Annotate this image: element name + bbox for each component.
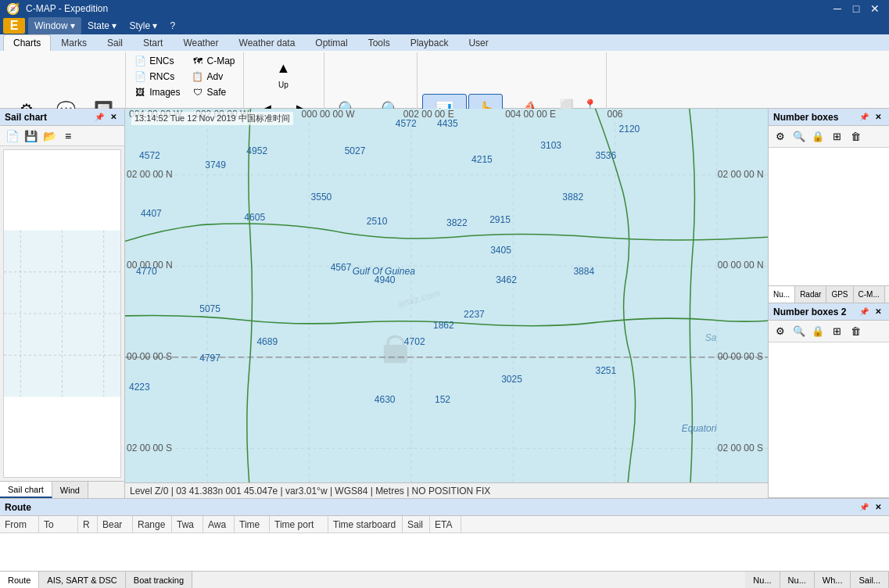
encs-item[interactable]: 📄 ENCs (131, 54, 183, 68)
tab-playback[interactable]: Playback (400, 34, 459, 51)
nb2-toolbar: ⚙ 🔍 🔒 ⊞ 🗑 (769, 321, 889, 342)
tab-optimal[interactable]: Optimal (305, 34, 357, 51)
images-item[interactable]: 🖼 Images (131, 85, 183, 99)
tab-weather[interactable]: Weather (173, 34, 228, 51)
panel-pin-button[interactable]: 📌 (93, 111, 106, 124)
route-pin-button[interactable]: 📌 (858, 501, 870, 514)
nb2-settings-button[interactable]: ⚙ (772, 323, 789, 340)
chart-status: Level Z/0 | 03 41.383n 001 45.047e | var… (125, 482, 768, 498)
number-boxes-2: Number boxes 2 📌 ✕ ⚙ 🔍 🔒 ⊞ 🗑 (769, 303, 889, 498)
col-sail[interactable]: Sail (403, 516, 430, 532)
nb-settings-button[interactable]: ⚙ (772, 128, 789, 145)
nb2-search-button[interactable]: 🔍 (790, 323, 808, 340)
nb-delete-button[interactable]: 🗑 (847, 128, 864, 145)
panel-new-button[interactable]: 📄 (3, 127, 20, 145)
tab-start[interactable]: Start (133, 34, 173, 51)
menu-item-state[interactable]: State ▾ (81, 17, 123, 34)
menu-item-help[interactable]: ? (163, 17, 181, 34)
nb-tab-radar[interactable]: Radar (795, 286, 826, 303)
svg-text:5027: 5027 (345, 145, 366, 156)
nb-title: Number boxes (773, 112, 838, 123)
tab-charts[interactable]: Charts (3, 34, 51, 51)
col-time-port[interactable]: Time port (270, 516, 328, 532)
nb-lock-button[interactable]: 🔒 (809, 128, 826, 145)
nb-close-button[interactable]: ✕ (872, 111, 884, 124)
menu-item-style[interactable]: Style ▾ (123, 17, 163, 34)
sail-chart-tab[interactable]: Sail chart (0, 482, 52, 498)
nb-tab-gps[interactable]: GPS (826, 286, 853, 303)
nb-grid-button[interactable]: ⊞ (828, 128, 845, 145)
bottom-tab-nu1[interactable]: Nu... (745, 572, 780, 588)
col-bear[interactable]: Bear (98, 516, 133, 532)
cmap-item[interactable]: 🗺 C-Map (188, 54, 238, 68)
svg-text:02 00 00 N: 02 00 00 N (718, 169, 764, 180)
col-time[interactable]: Time (235, 516, 270, 532)
col-time-starboard[interactable]: Time starboard (328, 516, 403, 532)
nb2-close-button[interactable]: ✕ (872, 306, 884, 318)
safe-item[interactable]: 🛡 Safe (188, 85, 238, 99)
panel-close-button[interactable]: ✕ (107, 111, 120, 124)
boat-tracking-tab[interactable]: Boat tracking (126, 572, 192, 588)
col-awa[interactable]: Awa (203, 516, 235, 532)
panel-header-controls: 📌 ✕ (93, 111, 120, 124)
images-icon: 🖼 (134, 86, 146, 99)
panel-load-button[interactable]: 📂 (41, 127, 58, 145)
col-range[interactable]: Range (133, 516, 172, 532)
menu-item-window[interactable]: Window ▾ (28, 17, 81, 34)
svg-text:3103: 3103 (540, 140, 561, 151)
rncs-item[interactable]: 📄 RNCs (131, 70, 183, 84)
tab-weather-data[interactable]: Weather data (229, 34, 306, 51)
pan-up-button[interactable]: ▲ Up (267, 52, 301, 93)
close-button[interactable]: ✕ (867, 1, 883, 16)
nb-pin-button[interactable]: 📌 (858, 111, 870, 124)
nb2-grid-button[interactable]: ⊞ (828, 323, 845, 340)
nb2-pin-button[interactable]: 📌 (858, 306, 870, 318)
nb-search-button[interactable]: 🔍 (790, 128, 808, 145)
minimize-button[interactable]: ─ (830, 1, 845, 16)
route-close-button[interactable]: ✕ (872, 501, 884, 514)
route-tab[interactable]: Route (0, 572, 39, 588)
app-menu-icon[interactable]: E (3, 18, 25, 34)
pan-up-icon: ▲ (271, 56, 296, 81)
bottom-tab-wh[interactable]: Wh... (815, 572, 851, 588)
svg-text:3536: 3536 (595, 149, 616, 160)
svg-text:3882: 3882 (562, 191, 583, 202)
svg-text:4702: 4702 (404, 336, 425, 347)
adv-item[interactable]: 📋 Adv (188, 70, 238, 84)
tab-user[interactable]: User (458, 34, 498, 51)
wind-tab[interactable]: Wind (52, 482, 88, 498)
panel-menu-button[interactable]: ≡ (59, 127, 77, 145)
svg-text:3822: 3822 (446, 217, 468, 228)
app-icon: 🧭 (6, 2, 20, 15)
tab-marks[interactable]: Marks (51, 34, 97, 51)
svg-rect-23 (384, 345, 407, 363)
svg-text:3251: 3251 (595, 365, 616, 376)
svg-text:00 00 00 S: 00 00 00 S (718, 351, 763, 362)
nb-tab-cm[interactable]: C-M... (854, 286, 885, 303)
svg-text:4223: 4223 (129, 382, 150, 393)
chart-area[interactable]: 13:14:52 Tue 12 Nov 2019 中国标准时间 (125, 109, 768, 498)
col-to[interactable]: To (39, 516, 78, 532)
bottom-tab-nu2[interactable]: Nu... (780, 572, 815, 588)
panel-save-button[interactable]: 💾 (22, 127, 39, 145)
tab-tools[interactable]: Tools (358, 34, 400, 51)
col-r[interactable]: R (78, 516, 98, 532)
nb2-lock-button[interactable]: 🔒 (809, 323, 826, 340)
ais-tab[interactable]: AIS, SART & DSC (39, 572, 125, 588)
nb2-delete-button[interactable]: 🗑 (847, 323, 864, 340)
svg-text:2237: 2237 (464, 309, 485, 320)
route-tabs: Route AIS, SART & DSC Boat tracking Nu..… (0, 571, 889, 588)
tab-sail[interactable]: Sail (97, 34, 133, 51)
svg-text:4605: 4605 (244, 212, 265, 223)
sail-chart-title: Sail chart (5, 112, 47, 123)
svg-text:4572: 4572 (139, 149, 160, 160)
col-eta[interactable]: ETA (430, 516, 461, 532)
svg-text:00 00 00 N: 00 00 00 N (718, 260, 764, 271)
nb2-content (769, 342, 889, 497)
bottom-tab-sail[interactable]: Sail... (851, 572, 889, 588)
maximize-button[interactable]: □ (848, 1, 864, 16)
col-twa[interactable]: Twa (172, 516, 203, 532)
svg-text:02 00 00 S: 02 00 00 S (718, 442, 763, 453)
col-from[interactable]: From (0, 516, 39, 532)
nb-tab-nu[interactable]: Nu... (769, 286, 795, 303)
